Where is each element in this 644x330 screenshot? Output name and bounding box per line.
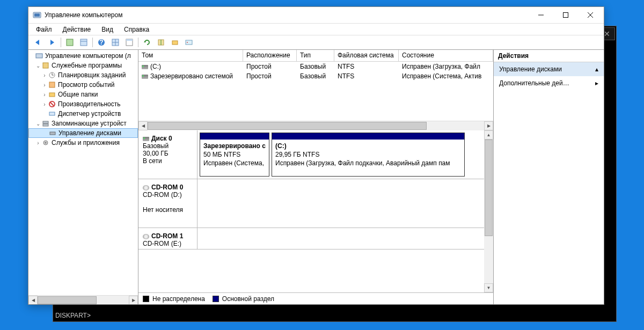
tool-rescan-icon[interactable] [155,36,167,48]
scrollbar-track[interactable] [484,140,493,283]
volume-row[interactable]: (C:) Простой Базовый NTFS Исправен (Загр… [138,62,493,71]
collapse-icon[interactable]: ⌄ [35,121,41,127]
actions-disk-management[interactable]: Управление дисками ▴ [494,62,604,76]
volume-row[interactable]: Зарезервировано системой Простой Базовый… [138,71,493,81]
disk-partitions [197,179,484,228]
menu-view[interactable]: Вид [97,25,118,34]
tool-refresh-icon[interactable] [141,36,153,48]
disk-block[interactable]: CD-ROM 1 CD-ROM (E:) [138,228,484,250]
volumes-body: (C:) Простой Базовый NTFS Исправен (Загр… [138,62,493,121]
tool-action-icon[interactable] [169,36,181,48]
menu-action[interactable]: Действие [58,25,96,34]
app-icon [33,11,41,19]
tree-services-apps[interactable]: ›Службы и приложения [28,138,138,148]
svg-rect-30 [43,121,48,123]
scrollbar-thumb[interactable] [38,296,97,304]
cdrom-icon [143,234,149,239]
col-type[interactable]: Тип [297,50,334,62]
collapse-icon: ▴ [595,65,598,73]
menu-help[interactable]: Справка [120,25,153,34]
disk-size: 30,00 ГБ [143,150,193,157]
computer-management-window: Управление компьютером Файл Действие Вид… [28,6,604,305]
tree-shared-folders[interactable]: ›Общие папки [28,90,138,99]
partition-status: Исправен (Система, [203,159,266,167]
maximize-button[interactable] [553,7,578,23]
disk-kind: CD-ROM (D:) [143,191,193,199]
disk-block[interactable]: Диск 0 Базовый 30,00 ГБ В сети Зарезерви… [138,130,484,179]
tree-storage[interactable]: ⌄Запоминающие устройст [28,119,138,128]
close-button[interactable] [578,7,603,23]
scrollbar-thumb[interactable] [485,140,493,236]
tool-list-icon[interactable] [109,36,122,48]
tool-help-icon[interactable]: ? [95,36,108,48]
disk-info: CD-ROM 0 CD-ROM (D:) Нет носителя [138,179,197,228]
tree-task-scheduler[interactable]: ›Планировщик заданий [28,70,138,80]
minimize-button[interactable] [529,7,553,23]
tree-device-manager[interactable]: Диспетчер устройств [28,109,138,119]
col-status[interactable]: Состояние [399,50,493,62]
tool-detail-icon[interactable] [123,36,136,48]
col-filesystem[interactable]: Файловая система [334,50,399,62]
expand-icon[interactable]: › [41,72,48,78]
expand-icon[interactable]: › [41,82,48,88]
actions-pane: Действия Управление дисками ▴ Дополнител… [494,50,604,304]
tree-label: Производительность [58,100,120,108]
tool-view-icon[interactable] [77,36,90,48]
disks-graphic-area: Диск 0 Базовый 30,00 ГБ В сети Зарезерви… [138,130,493,292]
titlebar[interactable]: Управление компьютером [28,7,604,23]
cell-volume: Зарезервировано системой [138,72,243,80]
tree-label: Запоминающие устройст [52,120,127,127]
menu-file[interactable]: Файл [32,25,56,34]
svg-point-19 [187,42,188,43]
scroll-right-button[interactable]: ▶ [484,121,493,130]
volumes-list: Том Расположение Тип Файловая система Со… [138,50,493,130]
back-button[interactable] [32,36,45,48]
col-layout[interactable]: Расположение [243,50,297,62]
tree-disk-management[interactable]: Управление дисками [28,128,138,138]
scroll-down-button[interactable]: ▼ [484,283,493,292]
tree-system-tools[interactable]: ⌄Служебные программы [28,61,138,70]
tree-label: Служебные программы [52,62,122,69]
scrollbar-track[interactable] [38,296,129,305]
collapse-icon[interactable]: ⌄ [35,63,41,69]
tree-event-viewer[interactable]: ›Просмотр событий [28,80,138,90]
tool-settings-icon[interactable] [182,36,195,48]
scroll-left-button[interactable]: ◀ [138,121,148,130]
partition-size: 50 МБ NTFS [203,150,266,159]
disk-info: Диск 0 Базовый 30,00 ГБ В сети [138,130,197,179]
tree-label: Диспетчер устройств [58,110,121,118]
cell-fs: NTFS [334,63,399,70]
expand-icon[interactable]: › [41,101,48,107]
disk-block[interactable]: CD-ROM 0 CD-ROM (D:) Нет носителя [138,179,484,228]
disk-info: CD-ROM 1 CD-ROM (E:) [138,228,197,249]
tree-performance[interactable]: ›Производительность [28,99,138,109]
scroll-up-button[interactable]: ▲ [484,130,493,140]
actions-more[interactable]: Дополнительные дей… ▸ [494,76,604,90]
volumes-horizontal-scrollbar[interactable]: ◀ ▶ [138,121,493,130]
clock-icon [48,71,56,79]
expand-icon[interactable]: › [35,140,41,146]
scrollbar-track[interactable] [148,121,484,130]
tool-properties-icon[interactable] [63,36,76,48]
menubar: Файл Действие Вид Справка [28,23,604,35]
center-pane: Том Расположение Тип Файловая система Со… [138,50,494,304]
partition-body: (C:) 29,95 ГБ NTFS Исправен (Загрузка, Ф… [272,140,464,176]
partition-system-reserved[interactable]: Зарезервировано с 50 МБ NTFS Исправен (С… [200,133,269,177]
tree-root[interactable]: Управление компьютером (л [28,51,138,61]
expand-icon[interactable]: › [41,92,48,98]
toolbar-separator [138,38,138,47]
tree-label: Управление дисками [58,129,121,137]
disks-vertical-scrollbar[interactable]: ▲ ▼ [484,130,493,292]
scrollbar-thumb[interactable] [148,122,427,130]
partition-header [272,133,464,140]
toolbar: ? [28,35,604,50]
scroll-left-button[interactable]: ◀ [28,296,38,305]
partition-header [200,133,269,140]
scroll-right-button[interactable]: ▶ [129,296,138,305]
col-volume[interactable]: Том [138,50,243,62]
tree-horizontal-scrollbar[interactable]: ◀ ▶ [28,295,138,304]
disk-partitions [197,228,484,249]
console-tree[interactable]: Управление компьютером (л ⌄Служебные про… [28,50,138,295]
forward-button[interactable] [46,36,58,48]
partition-c[interactable]: (C:) 29,95 ГБ NTFS Исправен (Загрузка, Ф… [272,133,465,177]
